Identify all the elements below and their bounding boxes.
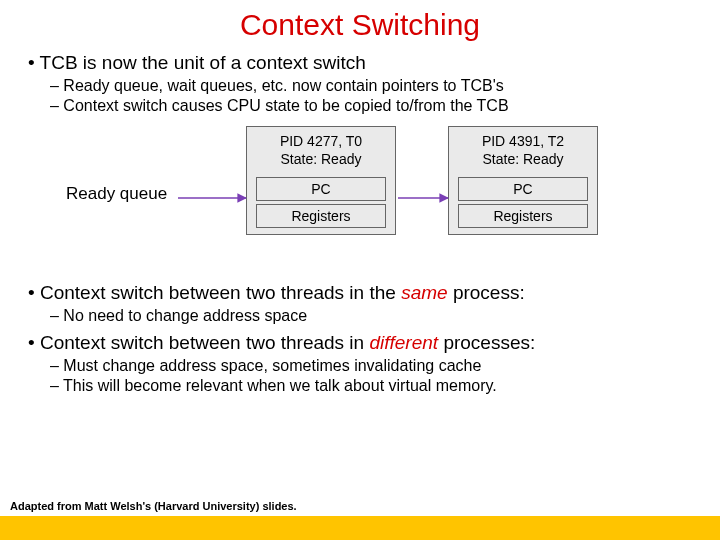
slide-title: Context Switching (0, 0, 720, 42)
bullet-2-post: process: (448, 282, 525, 303)
bullet-3-post: processes: (438, 332, 535, 353)
bullet-2-em: same (401, 282, 447, 303)
tcb-2-line2: State: Ready (483, 151, 564, 167)
bullet-2-pre: Context switch between two threads in th… (40, 282, 401, 303)
bullet-2: • Context switch between two threads in … (28, 282, 692, 304)
bullet-3-sub-1: Must change address space, sometimes inv… (50, 356, 692, 376)
ready-queue-diagram: Ready queue PID 4277, T0 State: Ready PC… (28, 126, 692, 276)
bullet-3-em: different (369, 332, 438, 353)
bullet-1-sub-2: Context switch causes CPU state to be co… (50, 96, 692, 116)
tcb-box-1: PID 4277, T0 State: Ready PC Registers (246, 126, 396, 235)
tcb-box-2: PID 4391, T2 State: Ready PC Registers (448, 126, 598, 235)
bullet-3-pre: Context switch between two threads in (40, 332, 370, 353)
tcb-2-registers: Registers (458, 204, 588, 228)
bullet-1: • TCB is now the unit of a context switc… (28, 52, 692, 74)
tcb-2-header: PID 4391, T2 State: Ready (452, 130, 594, 174)
bullet-3: • Context switch between two threads in … (28, 332, 692, 354)
bullet-3-sub-2: This will become relevant when we talk a… (50, 376, 692, 396)
slide-body: • TCB is now the unit of a context switc… (0, 42, 720, 396)
footer-citation: Adapted from Matt Welsh's (Harvard Unive… (10, 500, 297, 512)
tcb-2-pc: PC (458, 177, 588, 201)
footer-bar (0, 516, 720, 540)
tcb-1-line2: State: Ready (281, 151, 362, 167)
tcb-1-line1: PID 4277, T0 (280, 133, 362, 149)
tcb-1-registers: Registers (256, 204, 386, 228)
bullet-1-sub-1: Ready queue, wait queues, etc. now conta… (50, 76, 692, 96)
tcb-1-header: PID 4277, T0 State: Ready (250, 130, 392, 174)
ready-queue-label: Ready queue (66, 184, 167, 204)
bullet-2-sub-1: No need to change address space (50, 306, 692, 326)
tcb-2-line1: PID 4391, T2 (482, 133, 564, 149)
bullet-1-text: TCB is now the unit of a context switch (40, 52, 366, 73)
tcb-1-pc: PC (256, 177, 386, 201)
